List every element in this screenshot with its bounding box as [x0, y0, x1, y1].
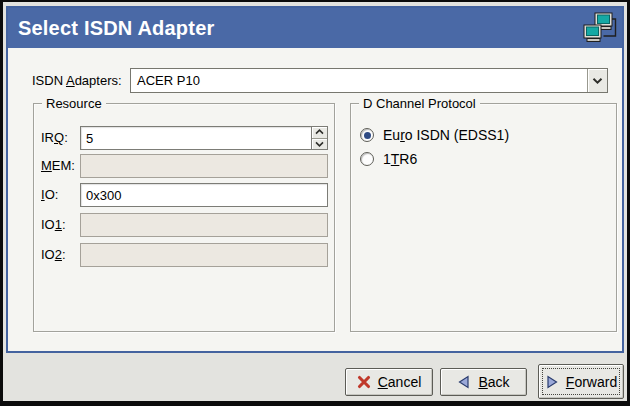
cancel-button[interactable]: Cancel	[345, 368, 433, 396]
dialog-body: Select ISDN Adapter ISDN Adapters: ACER …	[3, 2, 627, 401]
resource-group: Resource IRQ: MEM: IO:	[33, 103, 335, 332]
io1-entry	[80, 213, 328, 237]
combobox-value: ACER P10	[131, 69, 587, 92]
irq-label: IRQ:	[41, 126, 68, 150]
mem-input	[80, 154, 328, 178]
io2-input	[80, 243, 328, 267]
forward-button-label: Forward	[566, 374, 617, 390]
irq-field-row: IRQ:	[41, 126, 328, 150]
spin-up-button[interactable]	[312, 127, 327, 138]
back-button[interactable]: Back	[440, 368, 527, 396]
dialog-window: Select ISDN Adapter ISDN Adapters: ACER …	[0, 0, 630, 406]
io1-field-row: IO1:	[41, 213, 328, 237]
network-computers-icon	[582, 10, 618, 46]
forward-button[interactable]: Forward	[538, 364, 624, 399]
io-input[interactable]	[80, 183, 328, 207]
content-panel: Select ISDN Adapter ISDN Adapters: ACER …	[6, 6, 624, 353]
dialog-title: Select ISDN Adapter	[18, 8, 214, 48]
irq-entry	[80, 126, 328, 150]
cancel-x-icon	[357, 375, 371, 389]
io1-input	[80, 213, 328, 237]
arrow-right-icon	[545, 375, 559, 389]
resource-group-title: Resource	[42, 95, 106, 112]
radio-euro-isdn-label: Euro ISDN (EDSS1)	[383, 127, 509, 143]
io2-entry	[80, 243, 328, 267]
mem-label: MEM:	[41, 154, 75, 178]
chevron-down-icon	[315, 141, 324, 147]
radio-1tr6[interactable]: 1TR6	[360, 150, 417, 168]
io-label: IO:	[41, 183, 58, 207]
radio-1tr6-label: 1TR6	[383, 151, 417, 167]
io-entry	[80, 183, 328, 207]
irq-spinner	[311, 126, 328, 150]
d-channel-protocol-group: D Channel Protocol Euro ISDN (EDSS1) 1TR…	[350, 103, 617, 332]
cancel-button-label: Cancel	[378, 374, 422, 390]
io2-field-row: IO2:	[41, 243, 328, 267]
mem-entry	[80, 154, 328, 178]
radio-button-selected-icon[interactable]	[360, 128, 374, 142]
titlebar: Select ISDN Adapter	[8, 8, 622, 48]
isdn-adapter-combobox[interactable]: ACER P10	[130, 68, 608, 93]
combobox-dropdown-button[interactable]	[587, 69, 607, 92]
back-button-label: Back	[478, 374, 509, 390]
chevron-up-icon	[315, 129, 324, 135]
arrow-left-icon	[457, 375, 471, 389]
d-channel-protocol-title: D Channel Protocol	[359, 95, 480, 112]
radio-button-unselected-icon[interactable]	[360, 152, 374, 166]
radio-euro-isdn[interactable]: Euro ISDN (EDSS1)	[360, 126, 509, 144]
mem-field-row: MEM:	[41, 154, 328, 178]
spin-down-button[interactable]	[312, 138, 327, 150]
io1-label: IO1:	[41, 213, 66, 237]
isdn-adapters-label: ISDN Adapters:	[32, 68, 122, 93]
irq-input[interactable]	[80, 126, 312, 150]
chevron-down-icon	[592, 77, 603, 85]
io-field-row: IO:	[41, 183, 328, 207]
io2-label: IO2:	[41, 243, 66, 267]
